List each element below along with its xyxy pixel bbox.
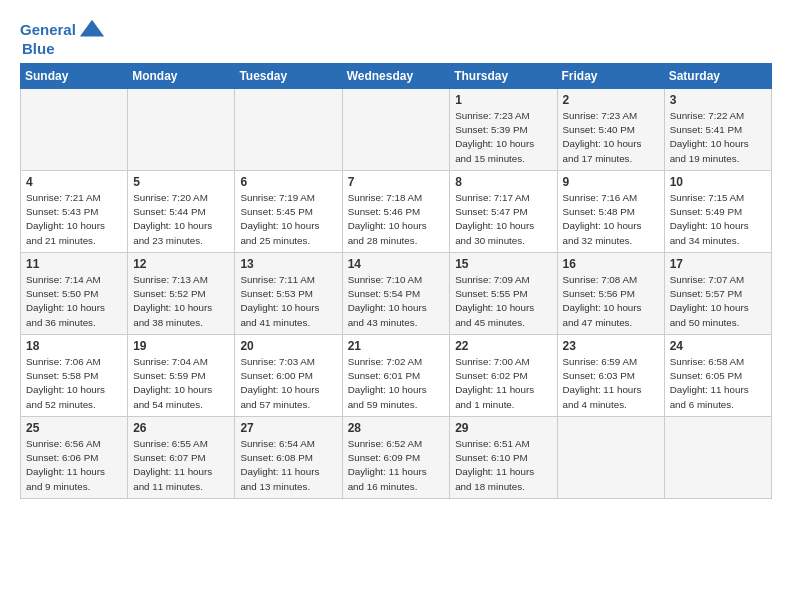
calendar-cell bbox=[557, 417, 664, 499]
day-info: Sunrise: 7:15 AM Sunset: 5:49 PM Dayligh… bbox=[670, 191, 766, 248]
col-header-saturday: Saturday bbox=[664, 64, 771, 89]
calendar-cell: 23Sunrise: 6:59 AM Sunset: 6:03 PM Dayli… bbox=[557, 335, 664, 417]
calendar-cell: 21Sunrise: 7:02 AM Sunset: 6:01 PM Dayli… bbox=[342, 335, 450, 417]
day-number: 18 bbox=[26, 339, 122, 353]
calendar-cell: 27Sunrise: 6:54 AM Sunset: 6:08 PM Dayli… bbox=[235, 417, 342, 499]
day-number: 26 bbox=[133, 421, 229, 435]
day-number: 11 bbox=[26, 257, 122, 271]
calendar-cell: 2Sunrise: 7:23 AM Sunset: 5:40 PM Daylig… bbox=[557, 89, 664, 171]
day-number: 1 bbox=[455, 93, 551, 107]
calendar-cell: 11Sunrise: 7:14 AM Sunset: 5:50 PM Dayli… bbox=[21, 253, 128, 335]
day-number: 12 bbox=[133, 257, 229, 271]
calendar-week-4: 18Sunrise: 7:06 AM Sunset: 5:58 PM Dayli… bbox=[21, 335, 772, 417]
day-info: Sunrise: 7:19 AM Sunset: 5:45 PM Dayligh… bbox=[240, 191, 336, 248]
calendar-cell: 25Sunrise: 6:56 AM Sunset: 6:06 PM Dayli… bbox=[21, 417, 128, 499]
day-number: 28 bbox=[348, 421, 445, 435]
day-info: Sunrise: 7:04 AM Sunset: 5:59 PM Dayligh… bbox=[133, 355, 229, 412]
calendar-cell: 12Sunrise: 7:13 AM Sunset: 5:52 PM Dayli… bbox=[128, 253, 235, 335]
calendar-cell: 22Sunrise: 7:00 AM Sunset: 6:02 PM Dayli… bbox=[450, 335, 557, 417]
day-info: Sunrise: 7:14 AM Sunset: 5:50 PM Dayligh… bbox=[26, 273, 122, 330]
day-number: 20 bbox=[240, 339, 336, 353]
day-info: Sunrise: 7:09 AM Sunset: 5:55 PM Dayligh… bbox=[455, 273, 551, 330]
svg-marker-0 bbox=[80, 20, 104, 37]
day-info: Sunrise: 7:10 AM Sunset: 5:54 PM Dayligh… bbox=[348, 273, 445, 330]
day-number: 24 bbox=[670, 339, 766, 353]
calendar-cell: 3Sunrise: 7:22 AM Sunset: 5:41 PM Daylig… bbox=[664, 89, 771, 171]
day-number: 3 bbox=[670, 93, 766, 107]
calendar-week-5: 25Sunrise: 6:56 AM Sunset: 6:06 PM Dayli… bbox=[21, 417, 772, 499]
calendar-week-2: 4Sunrise: 7:21 AM Sunset: 5:43 PM Daylig… bbox=[21, 171, 772, 253]
day-number: 9 bbox=[563, 175, 659, 189]
day-info: Sunrise: 7:03 AM Sunset: 6:00 PM Dayligh… bbox=[240, 355, 336, 412]
day-info: Sunrise: 7:16 AM Sunset: 5:48 PM Dayligh… bbox=[563, 191, 659, 248]
calendar-cell: 9Sunrise: 7:16 AM Sunset: 5:48 PM Daylig… bbox=[557, 171, 664, 253]
calendar-cell: 4Sunrise: 7:21 AM Sunset: 5:43 PM Daylig… bbox=[21, 171, 128, 253]
day-info: Sunrise: 6:54 AM Sunset: 6:08 PM Dayligh… bbox=[240, 437, 336, 494]
day-number: 13 bbox=[240, 257, 336, 271]
day-info: Sunrise: 7:00 AM Sunset: 6:02 PM Dayligh… bbox=[455, 355, 551, 412]
calendar-cell: 17Sunrise: 7:07 AM Sunset: 5:57 PM Dayli… bbox=[664, 253, 771, 335]
day-info: Sunrise: 7:23 AM Sunset: 5:39 PM Dayligh… bbox=[455, 109, 551, 166]
calendar-cell: 28Sunrise: 6:52 AM Sunset: 6:09 PM Dayli… bbox=[342, 417, 450, 499]
day-info: Sunrise: 6:58 AM Sunset: 6:05 PM Dayligh… bbox=[670, 355, 766, 412]
day-info: Sunrise: 7:20 AM Sunset: 5:44 PM Dayligh… bbox=[133, 191, 229, 248]
calendar-cell: 18Sunrise: 7:06 AM Sunset: 5:58 PM Dayli… bbox=[21, 335, 128, 417]
calendar-cell: 26Sunrise: 6:55 AM Sunset: 6:07 PM Dayli… bbox=[128, 417, 235, 499]
logo: General Blue bbox=[20, 16, 106, 57]
day-info: Sunrise: 7:13 AM Sunset: 5:52 PM Dayligh… bbox=[133, 273, 229, 330]
day-info: Sunrise: 6:51 AM Sunset: 6:10 PM Dayligh… bbox=[455, 437, 551, 494]
calendar-cell: 7Sunrise: 7:18 AM Sunset: 5:46 PM Daylig… bbox=[342, 171, 450, 253]
day-number: 4 bbox=[26, 175, 122, 189]
calendar-cell: 20Sunrise: 7:03 AM Sunset: 6:00 PM Dayli… bbox=[235, 335, 342, 417]
day-info: Sunrise: 6:59 AM Sunset: 6:03 PM Dayligh… bbox=[563, 355, 659, 412]
calendar-cell: 24Sunrise: 6:58 AM Sunset: 6:05 PM Dayli… bbox=[664, 335, 771, 417]
calendar-cell: 13Sunrise: 7:11 AM Sunset: 5:53 PM Dayli… bbox=[235, 253, 342, 335]
calendar-cell bbox=[235, 89, 342, 171]
day-number: 17 bbox=[670, 257, 766, 271]
col-header-wednesday: Wednesday bbox=[342, 64, 450, 89]
col-header-sunday: Sunday bbox=[21, 64, 128, 89]
day-number: 14 bbox=[348, 257, 445, 271]
day-info: Sunrise: 7:18 AM Sunset: 5:46 PM Dayligh… bbox=[348, 191, 445, 248]
logo-text: General bbox=[20, 22, 76, 39]
page-container: General Blue SundayMondayTuesdayWednesda… bbox=[0, 0, 792, 509]
calendar-cell bbox=[342, 89, 450, 171]
day-number: 7 bbox=[348, 175, 445, 189]
calendar-cell: 19Sunrise: 7:04 AM Sunset: 5:59 PM Dayli… bbox=[128, 335, 235, 417]
calendar-header-row: SundayMondayTuesdayWednesdayThursdayFrid… bbox=[21, 64, 772, 89]
day-number: 8 bbox=[455, 175, 551, 189]
calendar-table: SundayMondayTuesdayWednesdayThursdayFrid… bbox=[20, 63, 772, 499]
calendar-week-1: 1Sunrise: 7:23 AM Sunset: 5:39 PM Daylig… bbox=[21, 89, 772, 171]
day-number: 19 bbox=[133, 339, 229, 353]
calendar-cell: 16Sunrise: 7:08 AM Sunset: 5:56 PM Dayli… bbox=[557, 253, 664, 335]
calendar-cell bbox=[664, 417, 771, 499]
day-number: 22 bbox=[455, 339, 551, 353]
day-number: 10 bbox=[670, 175, 766, 189]
day-info: Sunrise: 7:02 AM Sunset: 6:01 PM Dayligh… bbox=[348, 355, 445, 412]
day-number: 23 bbox=[563, 339, 659, 353]
calendar-cell: 29Sunrise: 6:51 AM Sunset: 6:10 PM Dayli… bbox=[450, 417, 557, 499]
day-number: 29 bbox=[455, 421, 551, 435]
day-number: 27 bbox=[240, 421, 336, 435]
logo-icon bbox=[78, 16, 106, 44]
header: General Blue bbox=[20, 16, 772, 57]
col-header-monday: Monday bbox=[128, 64, 235, 89]
col-header-friday: Friday bbox=[557, 64, 664, 89]
day-number: 15 bbox=[455, 257, 551, 271]
day-info: Sunrise: 6:55 AM Sunset: 6:07 PM Dayligh… bbox=[133, 437, 229, 494]
calendar-cell: 1Sunrise: 7:23 AM Sunset: 5:39 PM Daylig… bbox=[450, 89, 557, 171]
col-header-tuesday: Tuesday bbox=[235, 64, 342, 89]
calendar-cell: 10Sunrise: 7:15 AM Sunset: 5:49 PM Dayli… bbox=[664, 171, 771, 253]
day-number: 2 bbox=[563, 93, 659, 107]
day-info: Sunrise: 6:56 AM Sunset: 6:06 PM Dayligh… bbox=[26, 437, 122, 494]
calendar-week-3: 11Sunrise: 7:14 AM Sunset: 5:50 PM Dayli… bbox=[21, 253, 772, 335]
calendar-cell: 8Sunrise: 7:17 AM Sunset: 5:47 PM Daylig… bbox=[450, 171, 557, 253]
day-info: Sunrise: 7:22 AM Sunset: 5:41 PM Dayligh… bbox=[670, 109, 766, 166]
calendar-cell: 15Sunrise: 7:09 AM Sunset: 5:55 PM Dayli… bbox=[450, 253, 557, 335]
calendar-cell: 5Sunrise: 7:20 AM Sunset: 5:44 PM Daylig… bbox=[128, 171, 235, 253]
day-number: 25 bbox=[26, 421, 122, 435]
calendar-cell bbox=[21, 89, 128, 171]
calendar-cell bbox=[128, 89, 235, 171]
day-info: Sunrise: 7:23 AM Sunset: 5:40 PM Dayligh… bbox=[563, 109, 659, 166]
day-info: Sunrise: 7:21 AM Sunset: 5:43 PM Dayligh… bbox=[26, 191, 122, 248]
